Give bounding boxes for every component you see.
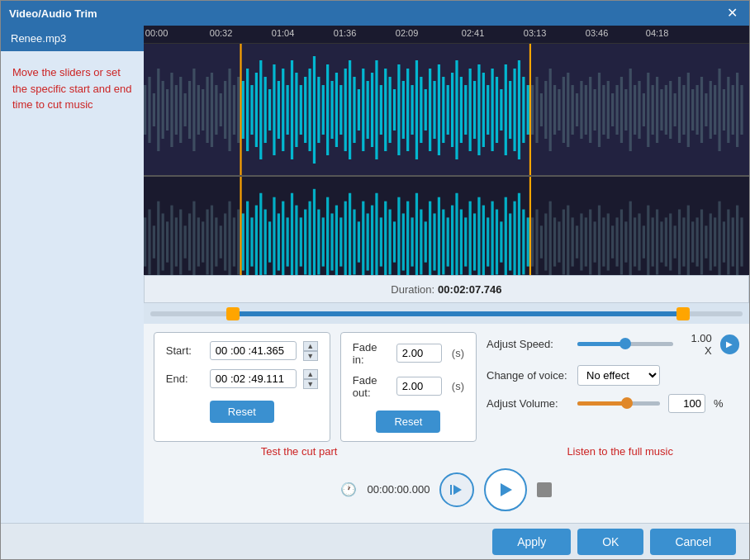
svg-rect-142	[166, 221, 169, 262]
volume-slider[interactable]	[577, 401, 660, 406]
voice-label: Change of voice:	[487, 369, 569, 382]
svg-rect-218	[504, 197, 506, 275]
svg-rect-119	[673, 93, 676, 126]
svg-rect-270	[736, 206, 738, 276]
svg-rect-76	[482, 73, 485, 147]
fade-group: Fade in: (s) Fade out: (s) Reset	[340, 332, 477, 442]
start-spin-down[interactable]: ▼	[303, 351, 318, 361]
svg-rect-30	[278, 81, 280, 139]
svg-rect-118	[669, 81, 672, 139]
slider-bar-container[interactable]	[144, 303, 749, 324]
svg-rect-95	[567, 73, 569, 147]
waveform-top	[144, 44, 749, 175]
svg-rect-210	[468, 202, 471, 276]
reset-button-2[interactable]: Reset	[376, 411, 440, 433]
svg-rect-6	[170, 73, 173, 147]
sidebar-filename[interactable]: Renee.mp3	[1, 26, 144, 51]
svg-rect-124	[695, 85, 698, 135]
volume-row: Adjust Volume: %	[487, 394, 739, 413]
speed-slider-thumb[interactable]	[619, 338, 631, 349]
ok-button[interactable]: OK	[577, 529, 643, 555]
svg-rect-85	[522, 77, 525, 143]
apply-button[interactable]: Apply	[492, 529, 571, 555]
svg-rect-58	[402, 81, 405, 139]
play-cut-button[interactable]	[439, 472, 474, 507]
end-spin-up[interactable]: ▲	[303, 369, 318, 379]
svg-rect-64	[429, 69, 431, 151]
start-input[interactable]	[210, 341, 297, 360]
svg-rect-136	[529, 44, 531, 175]
end-spin-down[interactable]: ▼	[303, 379, 318, 389]
svg-rect-168	[282, 202, 284, 276]
svg-rect-184	[353, 209, 355, 274]
svg-rect-13	[202, 89, 204, 131]
svg-rect-243	[615, 217, 618, 266]
svg-rect-249	[643, 225, 645, 258]
clock-icon: 🕐	[340, 482, 357, 497]
stop-button[interactable]	[537, 482, 552, 497]
svg-rect-14	[206, 77, 208, 143]
waveform-container[interactable]: 00:00 00:32 01:04 01:36 02:09 02:41 03:1…	[144, 26, 749, 275]
svg-rect-67	[442, 77, 444, 143]
svg-rect-112	[643, 93, 645, 126]
time-display: 00:00:00.000	[367, 483, 430, 496]
svg-rect-163	[259, 193, 262, 275]
volume-slider-thumb[interactable]	[621, 397, 633, 409]
end-row: End: ▲ ▼	[166, 369, 318, 389]
svg-rect-216	[496, 209, 498, 274]
svg-rect-57	[397, 64, 400, 155]
svg-rect-167	[278, 213, 280, 270]
svg-rect-107	[620, 77, 623, 143]
slider-track[interactable]	[150, 311, 743, 316]
svg-rect-25	[255, 73, 258, 147]
play-full-button[interactable]	[484, 468, 527, 511]
svg-rect-212	[477, 197, 480, 275]
start-spin-up[interactable]: ▲	[303, 341, 318, 351]
test-cut-annotation: Test the cut part	[261, 445, 338, 458]
svg-rect-1	[148, 77, 150, 143]
svg-rect-155	[224, 213, 226, 270]
play-full-icon	[496, 480, 515, 500]
svg-rect-158	[237, 209, 240, 274]
cancel-button[interactable]: Cancel	[650, 529, 736, 555]
svg-rect-228	[548, 202, 551, 276]
dialog-title: Video/Audio Trim	[9, 7, 97, 20]
svg-rect-206	[451, 206, 453, 276]
svg-rect-86	[526, 85, 529, 135]
svg-rect-189	[375, 193, 377, 275]
slider-thumb-left[interactable]	[226, 307, 240, 320]
svg-rect-88	[535, 77, 538, 143]
svg-rect-78	[491, 69, 493, 151]
svg-rect-82	[509, 81, 511, 139]
volume-unit: %	[714, 397, 724, 410]
svg-rect-191	[384, 202, 387, 276]
svg-rect-247	[634, 217, 636, 266]
svg-rect-90	[544, 81, 547, 139]
speed-play-button[interactable]: ▶	[720, 335, 739, 354]
fade-in-input[interactable]	[396, 344, 442, 363]
sidebar-annotation: Move the sliders or set the specific sta…	[1, 51, 144, 523]
svg-rect-242	[611, 225, 614, 258]
titlebar: Video/Audio Trim ✕	[1, 1, 749, 26]
reset-button-1[interactable]: Reset	[210, 401, 274, 423]
speed-slider[interactable]	[577, 342, 673, 346]
voice-select[interactable]: No effect Male Female Robot	[577, 365, 660, 386]
svg-rect-114	[651, 85, 653, 135]
volume-input[interactable]	[668, 394, 705, 413]
svg-rect-108	[624, 89, 627, 131]
close-button[interactable]: ✕	[724, 7, 741, 20]
svg-rect-154	[219, 225, 221, 258]
slider-thumb-right[interactable]	[676, 307, 690, 320]
svg-rect-178	[326, 197, 329, 275]
svg-rect-215	[491, 202, 493, 276]
end-input[interactable]	[210, 369, 297, 388]
svg-rect-104	[606, 81, 609, 139]
svg-rect-84	[518, 60, 520, 159]
svg-rect-230	[558, 221, 560, 262]
svg-rect-130	[723, 89, 725, 131]
fade-out-input[interactable]	[396, 377, 442, 396]
svg-rect-127	[709, 81, 711, 139]
svg-rect-221	[518, 193, 520, 275]
svg-rect-128	[714, 85, 716, 135]
svg-rect-74	[473, 81, 476, 139]
